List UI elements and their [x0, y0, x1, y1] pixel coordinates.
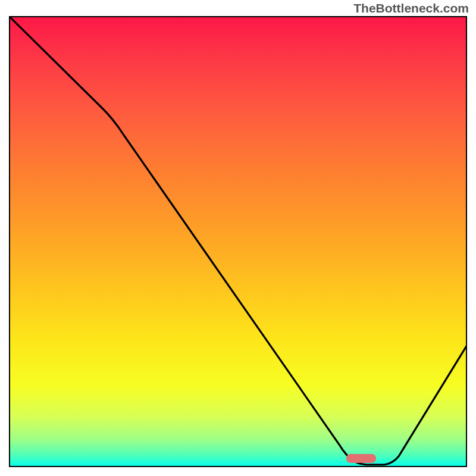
- chart-area: [9, 16, 467, 467]
- chart-container: TheBottleneck.com: [0, 0, 476, 476]
- watermark-text: TheBottleneck.com: [353, 1, 469, 15]
- chart-border: [9, 16, 467, 467]
